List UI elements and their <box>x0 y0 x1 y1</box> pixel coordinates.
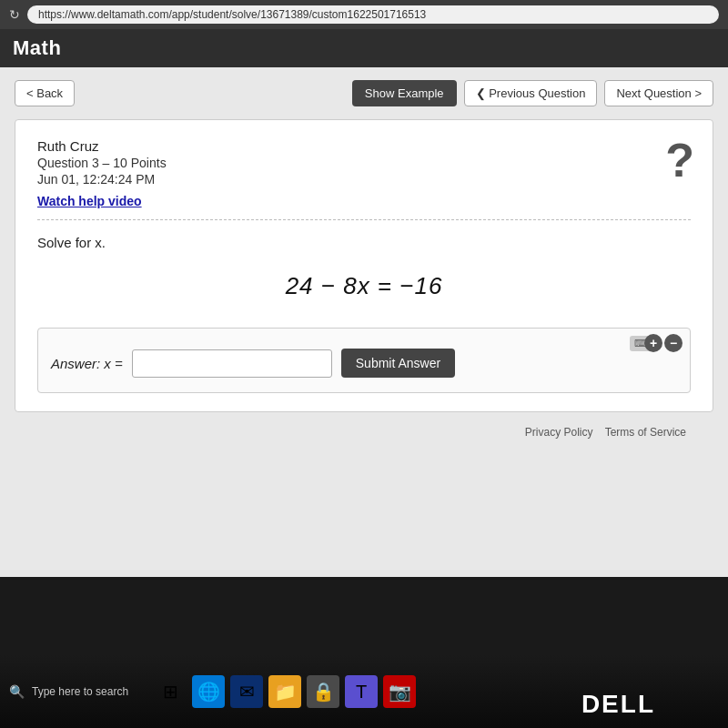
zoom-controls: + − <box>644 334 682 352</box>
taskbar-icon-edge[interactable]: 🌐 <box>192 675 225 708</box>
back-button[interactable]: Back <box>15 80 75 106</box>
taskbar-icon-windows[interactable]: ⊞ <box>154 675 187 708</box>
zoom-out-button[interactable]: − <box>664 334 682 352</box>
answer-area: ⌨ + − Answer: x = Submit Answer <box>37 328 691 393</box>
taskbar-icon-teams[interactable]: T <box>345 675 378 708</box>
page-footer: Privacy Policy Terms of Service <box>15 412 713 450</box>
answer-row: Answer: x = Submit Answer <box>51 349 677 378</box>
main-content: Back Show Example ❮ Previous Question Ne… <box>0 67 728 577</box>
answer-input[interactable] <box>132 349 332 378</box>
taskbar-icon-folder[interactable]: 📁 <box>268 675 301 708</box>
taskbar-icon-security[interactable]: 🔒 <box>307 675 339 708</box>
divider <box>37 219 691 220</box>
student-name: Ruth Cruz <box>37 138 691 154</box>
taskbar-icon-mail[interactable]: ✉ <box>230 675 263 708</box>
dell-logo: DELL <box>581 690 655 719</box>
next-question-button[interactable]: Next Question > <box>604 80 713 106</box>
taskbar: 🔍 Type here to search ⊞ 🌐 ✉ 📁 🔒 T 📷 DELL <box>0 655 728 728</box>
equation-container: 24 − 8x = −16 <box>37 272 691 300</box>
app-title: Math <box>13 36 61 60</box>
previous-question-button[interactable]: ❮ Previous Question <box>464 80 598 106</box>
show-example-button[interactable]: Show Example <box>352 80 457 106</box>
url-bar[interactable]: https://www.deltamath.com/app/student/so… <box>27 5 719 24</box>
app-header: Math <box>0 29 728 67</box>
privacy-policy-link[interactable]: Privacy Policy <box>525 426 593 439</box>
taskbar-icon-camera[interactable]: 📷 <box>383 675 416 708</box>
submit-answer-button[interactable]: Submit Answer <box>341 349 455 378</box>
refresh-icon[interactable]: ↻ <box>9 7 20 22</box>
watch-help-link[interactable]: Watch help video <box>37 194 691 208</box>
question-meta: Question 3 – 10 Points <box>37 156 691 170</box>
terms-of-service-link[interactable]: Terms of Service <box>605 426 686 439</box>
problem-statement: Solve for x. <box>37 235 691 250</box>
taskbar-icons: ⊞ 🌐 ✉ 📁 🔒 T 📷 <box>154 675 416 708</box>
question-card: ? Ruth Cruz Question 3 – 10 Points Jun 0… <box>15 119 713 412</box>
help-icon[interactable]: ? <box>665 136 694 184</box>
toolbar: Back Show Example ❮ Previous Question Ne… <box>15 80 713 106</box>
question-date: Jun 01, 12:24:24 PM <box>37 172 691 187</box>
answer-label: Answer: x = <box>51 356 123 371</box>
equation-display: 24 − 8x = −16 <box>286 272 443 299</box>
zoom-in-button[interactable]: + <box>644 334 662 352</box>
browser-chrome: ↻ https://www.deltamath.com/app/student/… <box>0 0 728 29</box>
taskbar-search-text[interactable]: Type here to search <box>32 685 128 698</box>
windows-search-icon: 🔍 <box>9 684 25 699</box>
